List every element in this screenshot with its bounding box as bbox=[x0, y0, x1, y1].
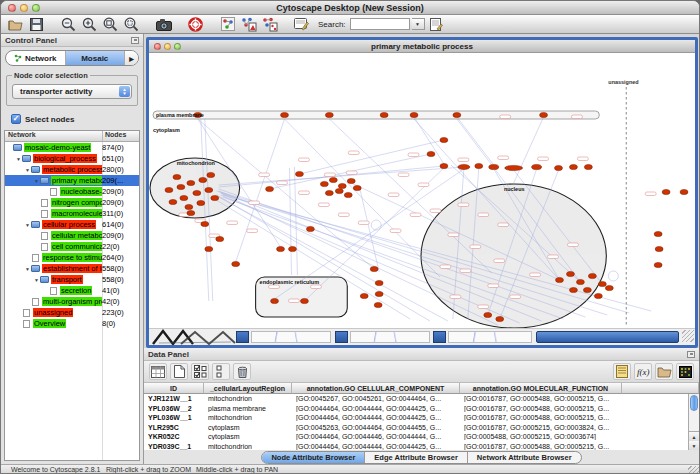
open-session-icon[interactable] bbox=[6, 16, 25, 33]
network-tree-row[interactable]: response to stimul264(0) bbox=[5, 252, 139, 263]
network-node[interactable] bbox=[566, 271, 574, 276]
network-tree-row[interactable]: macromolecule311(0) bbox=[5, 208, 139, 219]
network-node[interactable] bbox=[374, 302, 382, 307]
column-header[interactable]: _cellularLayoutRegion bbox=[204, 383, 292, 394]
column-header[interactable]: annotation.GO MOLECULAR_FUNCTION bbox=[460, 383, 622, 394]
network-node[interactable] bbox=[187, 210, 195, 215]
minimized-window-preview[interactable] bbox=[448, 331, 532, 343]
network-node[interactable] bbox=[193, 190, 201, 195]
network-node[interactable] bbox=[440, 137, 448, 142]
network-tree-row[interactable]: nitrogen compo209(0) bbox=[5, 197, 139, 208]
network-node[interactable] bbox=[680, 189, 688, 194]
zoom-in-icon[interactable] bbox=[80, 16, 99, 33]
select-attributes-icon[interactable] bbox=[149, 363, 167, 380]
network-node[interactable] bbox=[598, 281, 606, 286]
network-node[interactable] bbox=[205, 187, 213, 192]
network-node[interactable] bbox=[569, 164, 577, 169]
network-node[interactable] bbox=[281, 112, 289, 117]
disclosure-triangle-icon[interactable]: ▼ bbox=[33, 178, 40, 184]
zoom-view-button[interactable] bbox=[174, 43, 181, 50]
zoom-out-icon[interactable] bbox=[59, 16, 78, 33]
network-node[interactable] bbox=[232, 261, 240, 266]
function-builder-icon[interactable]: f(x) bbox=[634, 363, 652, 380]
tab-network[interactable]: Network bbox=[6, 51, 66, 65]
scroll-up-button[interactable]: ▲ bbox=[689, 432, 699, 441]
disclosure-triangle-icon[interactable]: ▼ bbox=[24, 266, 31, 272]
minimized-window-icon[interactable] bbox=[236, 331, 249, 343]
network-node[interactable] bbox=[360, 293, 368, 298]
network-node[interactable] bbox=[555, 165, 563, 170]
network-node[interactable] bbox=[588, 273, 596, 278]
column-header[interactable]: annotation.GO CELLULAR_COMPONENT bbox=[292, 383, 460, 394]
minimized-window-icon[interactable] bbox=[433, 331, 446, 343]
network-node[interactable] bbox=[370, 266, 378, 271]
network-node[interactable] bbox=[207, 172, 215, 177]
network-node[interactable] bbox=[540, 112, 548, 117]
tabs-overflow-arrow[interactable]: ▶ bbox=[125, 51, 138, 65]
network-node[interactable] bbox=[496, 316, 504, 321]
network-node[interactable] bbox=[216, 236, 224, 241]
minimized-window-titlebar[interactable] bbox=[536, 331, 679, 343]
select-nodes-checkbox[interactable]: ✓ bbox=[11, 114, 21, 124]
network-node[interactable] bbox=[662, 189, 670, 194]
network-node[interactable] bbox=[165, 187, 173, 192]
network-node[interactable] bbox=[177, 184, 185, 189]
network-node[interactable] bbox=[475, 163, 483, 168]
table-row[interactable]: YPL036W__2plasma membrane[GO:0044464, GO… bbox=[144, 404, 688, 414]
vizmapper-icon[interactable] bbox=[218, 16, 237, 33]
node-color-attribute-select[interactable]: transporter activity ▲▼ bbox=[12, 84, 132, 99]
tree-column-network[interactable]: Network bbox=[5, 131, 103, 141]
network-node[interactable] bbox=[271, 298, 279, 303]
snapshot-camera-icon[interactable] bbox=[154, 16, 173, 33]
network-node[interactable] bbox=[205, 246, 213, 251]
network-node[interactable] bbox=[532, 164, 542, 169]
network-node[interactable] bbox=[335, 188, 343, 193]
network-node[interactable] bbox=[185, 204, 193, 209]
network-node[interactable] bbox=[584, 164, 592, 169]
network-tree-row[interactable]: ▼establishment of lo558(0) bbox=[5, 263, 139, 274]
disclosure-triangle-icon[interactable]: ▼ bbox=[15, 156, 22, 162]
network-node[interactable] bbox=[277, 246, 285, 251]
tab-node-attribute-browser[interactable]: Node Attribute Browser bbox=[262, 452, 365, 463]
unselect-columns-icon[interactable] bbox=[212, 363, 230, 380]
network-node[interactable] bbox=[655, 246, 663, 251]
network-node[interactable] bbox=[375, 291, 383, 296]
network-tree-row[interactable]: ▼biological_process651(0) bbox=[5, 153, 139, 164]
network-tree-row[interactable]: nucleobase-209(0) bbox=[5, 186, 139, 197]
network-tree-row[interactable]: ▼cellular process614(0) bbox=[5, 219, 139, 230]
search-input[interactable] bbox=[350, 18, 410, 30]
window-resize-grip[interactable] bbox=[682, 330, 694, 342]
network-tree-row[interactable]: secretion41(0) bbox=[5, 285, 139, 296]
close-window-button[interactable] bbox=[8, 4, 16, 12]
select-columns-icon[interactable] bbox=[191, 363, 209, 380]
zoom-fit-icon[interactable] bbox=[101, 16, 120, 33]
attribute-notes-icon[interactable] bbox=[613, 363, 631, 380]
network-node[interactable] bbox=[300, 298, 308, 303]
network-tree-row[interactable]: mosaic-demo-yeast874(0) bbox=[5, 142, 139, 153]
float-panel-icon[interactable] bbox=[687, 351, 695, 358]
network-node[interactable] bbox=[458, 164, 470, 169]
network-node[interactable] bbox=[583, 287, 591, 292]
search-dropdown-button[interactable]: ▼ bbox=[412, 18, 425, 30]
table-row[interactable]: YPL036W__1mitochondrion[GO:0044464, GO:0… bbox=[144, 413, 688, 423]
tab-network-attribute-browser[interactable]: Network Attribute Browser bbox=[468, 452, 581, 463]
network-tree-row[interactable]: cellular metabo209(0) bbox=[5, 230, 139, 241]
network-node[interactable] bbox=[338, 183, 346, 188]
tab-edge-attribute-browser[interactable]: Edge Attribute Browser bbox=[365, 452, 467, 463]
table-row[interactable]: YDR039C__1mitochondrion[GO:0044464, GO:0… bbox=[144, 442, 688, 451]
select-first-neighbors-icon[interactable] bbox=[239, 16, 258, 33]
help-lifebuoy-icon[interactable] bbox=[186, 16, 205, 33]
table-row[interactable]: YJR121W__1mitochondrion[GO:0045267, GO:0… bbox=[144, 394, 688, 404]
network-node[interactable] bbox=[453, 112, 461, 117]
network-node[interactable] bbox=[505, 165, 523, 170]
network-node[interactable] bbox=[375, 280, 383, 285]
table-row[interactable]: YKR052Ccytoplasm[GO:0044464, GO:0044446,… bbox=[144, 432, 688, 442]
network-node[interactable] bbox=[489, 164, 499, 169]
disclosure-triangle-icon[interactable]: ▼ bbox=[33, 277, 40, 283]
network-tree-row[interactable]: ▼primary metabo209(... bbox=[5, 175, 139, 186]
network-node[interactable] bbox=[199, 177, 207, 182]
minimized-window-icon[interactable] bbox=[335, 331, 348, 343]
network-node[interactable] bbox=[306, 226, 314, 231]
network-node[interactable] bbox=[211, 195, 219, 200]
resize-grip-icon[interactable] bbox=[688, 466, 699, 474]
